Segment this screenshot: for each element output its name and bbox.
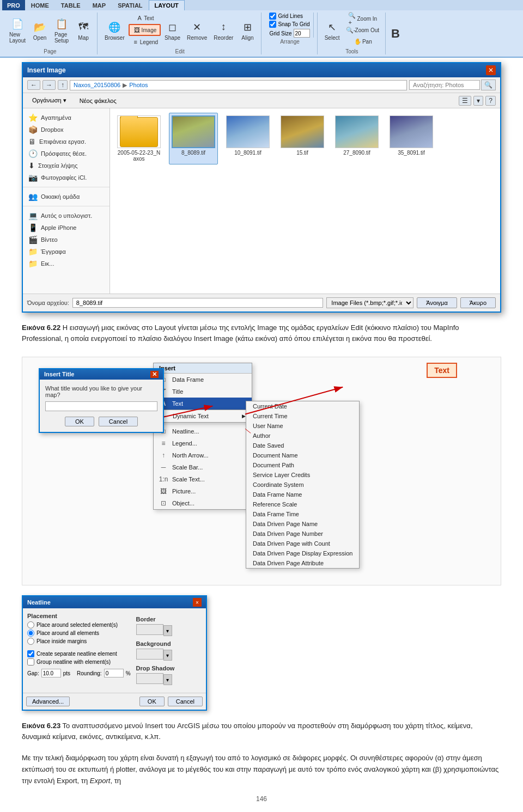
tab-table[interactable]: TABLE <box>55 0 87 10</box>
menu-item-neatline[interactable]: □ Neatline... <box>154 425 252 437</box>
sidebar-item-desktop[interactable]: 🖥 Επιφάνεια εργασ. <box>23 136 110 148</box>
submenu-item-service-credits[interactable]: Service Layer Credits <box>246 470 359 480</box>
filename-input[interactable] <box>72 298 324 308</box>
remove-button[interactable]: ✕ Remove <box>184 18 210 42</box>
neatline-cancel-button[interactable]: Cancel <box>168 697 203 706</box>
open-button[interactable]: 📂 Open <box>29 18 50 42</box>
menu-item-scale-bar[interactable]: ─ Scale Bar... <box>154 461 252 473</box>
menu-item-legend[interactable]: ≡ Legend... <box>154 437 252 449</box>
sidebar-item-video[interactable]: 🎬 Βίντεο <box>23 234 110 246</box>
border-color-btn[interactable]: ▾ <box>163 625 172 636</box>
file-item-folder[interactable]: 2005-05-22-23_N axos <box>114 113 163 164</box>
advanced-button[interactable]: Advanced... <box>26 697 70 706</box>
submenu-item-current-date[interactable]: Current Date <box>246 401 359 411</box>
submenu-item-dd-page-count[interactable]: Data Driven Page with Count <box>246 539 359 548</box>
reorder-button[interactable]: ↕ Reorder <box>211 18 236 42</box>
align-button[interactable]: ⊞ Align <box>237 18 258 42</box>
submenu-item-user-name[interactable]: User Name <box>246 421 359 431</box>
cancel-button[interactable]: Άκυρο <box>460 297 496 308</box>
organize-button[interactable]: Οργάνωση ▾ <box>27 95 71 106</box>
sidebar-item-photos[interactable]: 📷 Φωτογραφίες iCl. <box>23 172 110 184</box>
file-item-10091[interactable]: 10_8091.tif <box>223 113 272 164</box>
file-item-27090[interactable]: 27_8090.tif <box>332 113 381 164</box>
placement-radio-1[interactable] <box>27 621 34 628</box>
sidebar-item-iphone[interactable]: 📱 Apple iPhone <box>23 222 110 234</box>
sidebar-item-computer[interactable]: 💻 Αυτός ο υπολογιστ. <box>23 210 110 222</box>
submenu-item-dd-page-number[interactable]: Data Driven Page Number <box>246 529 359 539</box>
file-item-35091[interactable]: 35_8091.tif <box>387 113 436 164</box>
dropshadow-color-btn[interactable]: ▾ <box>163 674 172 685</box>
placement-radio-3[interactable] <box>27 638 34 645</box>
grid-size-input[interactable] <box>294 29 310 38</box>
filetype-select[interactable]: Image Files (*.bmp;*.gif;*.ico; <box>326 297 413 308</box>
select-button[interactable]: ↖ Select <box>322 18 343 42</box>
map-button[interactable]: 🗺 Map <box>73 18 94 42</box>
file-item-8089[interactable]: 8_8089.tif <box>169 113 218 164</box>
new-folder-button[interactable]: Νέος φάκελος <box>75 96 121 106</box>
view-list-button[interactable]: ☰ <box>459 96 471 106</box>
rounding-input[interactable] <box>104 669 124 677</box>
submenu-item-dd-page-name[interactable]: Data Driven Page Name <box>246 519 359 529</box>
sidebar-item-dropbox[interactable]: 📦 Dropbox <box>23 124 110 136</box>
search-input[interactable] <box>409 80 480 90</box>
snap-to-grid-checkbox[interactable] <box>269 21 276 28</box>
sidebar-item-downloads[interactable]: ⬇ Στοιχεία λήψης <box>23 160 110 172</box>
sidebar-item-homegroup[interactable]: 👥 Οικιακή ομάδα <box>23 191 110 203</box>
help-button[interactable]: ? <box>485 96 496 106</box>
forward-button[interactable]: → <box>42 80 56 90</box>
submenu-item-coord-system[interactable]: Coordinate System <box>246 480 359 490</box>
shape-button[interactable]: ◻ Shape <box>162 18 183 42</box>
tab-home[interactable]: HOME <box>25 0 55 10</box>
tab-map[interactable]: MAP <box>87 0 112 10</box>
open-button[interactable]: Άνοιγμα <box>417 297 457 308</box>
up-button[interactable]: ↑ <box>58 80 68 90</box>
dialog-close-button[interactable]: ✕ <box>486 65 496 75</box>
submenu-item-dd-attribute[interactable]: Data Driven Page Attribute <box>246 558 359 568</box>
menu-item-title[interactable]: T Title <box>154 386 252 398</box>
path-part-2[interactable]: Photos <box>129 82 148 88</box>
page-setup-button[interactable]: 📋 PageSetup <box>51 15 72 45</box>
insert-title-cancel[interactable]: Cancel <box>99 417 138 426</box>
sidebar-item-favorites[interactable]: ⭐ Αγαπημένα <box>23 112 110 124</box>
menu-item-dataframe[interactable]: □ Data Frame <box>154 374 252 386</box>
sidebar-item-other[interactable]: 📁 Εικ... <box>23 258 110 270</box>
insert-title-close[interactable]: ✕ <box>150 371 159 378</box>
gap-input[interactable] <box>41 669 61 677</box>
submenu-item-date-saved[interactable]: Date Saved <box>246 441 359 450</box>
background-color-btn[interactable]: ▾ <box>163 650 172 661</box>
back-button[interactable]: ← <box>27 80 40 90</box>
menu-item-object[interactable]: ⊡ Object... <box>154 497 252 509</box>
tab-layout[interactable]: LAYOUT <box>149 0 185 10</box>
browser-button[interactable]: 🌐 Browser <box>102 18 127 42</box>
image-button[interactable]: 🖼 Image <box>129 24 161 36</box>
new-layout-button[interactable]: 📄 NewLayout <box>7 15 28 45</box>
map-title-input[interactable] <box>45 401 157 411</box>
submenu-item-doc-path[interactable]: Document Path <box>246 460 359 470</box>
menu-item-picture[interactable]: 🖼 Picture... <box>154 485 252 497</box>
menu-item-text[interactable]: A Text <box>154 398 252 410</box>
separate-checkbox[interactable] <box>27 650 34 657</box>
group-checkbox[interactable] <box>27 658 34 666</box>
submenu-item-author[interactable]: Author <box>246 431 359 441</box>
zoom-out-button[interactable]: 🔍- Zoom Out <box>344 25 382 35</box>
neatline-close-button[interactable]: × <box>193 598 202 607</box>
submenu-item-dd-display-expr[interactable]: Data Driven Page Display Expression <box>246 548 359 558</box>
pan-button[interactable]: ✋ Pan <box>344 36 382 47</box>
menu-item-north-arrow[interactable]: ↑ North Arrow... <box>154 449 252 461</box>
menu-item-dynamic-text[interactable]: → Dynamic Text <box>154 410 252 423</box>
menu-item-scale-text[interactable]: 1:n Scale Text... <box>154 473 252 485</box>
grid-lines-checkbox[interactable] <box>269 13 276 20</box>
submenu-item-ref-scale[interactable]: Reference Scale <box>246 499 359 509</box>
zoom-in-button[interactable]: 🔍+ Zoom In <box>344 13 382 24</box>
tab-pro[interactable]: PRO <box>2 0 25 10</box>
insert-title-ok[interactable]: OK <box>65 417 94 426</box>
path-part-1[interactable]: Naxos_20150806 <box>74 82 120 88</box>
submenu-item-frame-name[interactable]: Data Frame Name <box>246 490 359 499</box>
search-button[interactable]: 🔍 <box>481 80 496 90</box>
sidebar-item-documents[interactable]: 📁 Έγγραφα <box>23 246 110 258</box>
view-details-button[interactable]: ▾ <box>473 96 483 106</box>
neatline-ok-button[interactable]: OK <box>139 697 165 706</box>
text-button[interactable]: A Text <box>129 13 161 23</box>
placement-radio-2[interactable] <box>27 630 34 637</box>
sidebar-item-recent[interactable]: 🕐 Πρόσφατες θέσε. <box>23 148 110 160</box>
